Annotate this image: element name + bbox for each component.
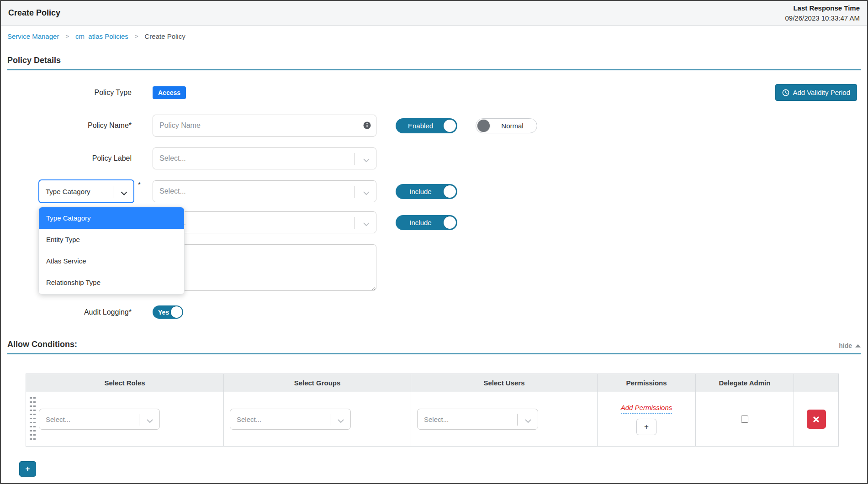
include-toggle-label: Include	[409, 219, 431, 226]
select-groups-select[interactable]: Select...	[230, 409, 351, 430]
allow-conditions-table: Select Roles Select Groups Select Users …	[26, 374, 839, 447]
policy-label-select[interactable]: Select...	[153, 147, 376, 169]
policy-details-title: Policy Details	[7, 56, 61, 65]
resource-type-dropdown-menu: Type Catagory Entity Type Atlas Service …	[38, 207, 185, 295]
policy-label-label: Policy Label	[7, 154, 153, 163]
chevron-down-icon	[338, 417, 344, 425]
dropdown-option-entity-type[interactable]: Entity Type	[39, 229, 184, 250]
type-category-value-placeholder: Select...	[159, 187, 186, 195]
audit-logging-toggle[interactable]: Yes	[153, 305, 183, 319]
toggle-knob	[444, 120, 456, 132]
breadcrumb: Service Manager > cm_atlas Policies > Cr…	[1, 26, 867, 47]
last-response-label: Last Response Time	[785, 3, 860, 13]
select-users-placeholder: Select...	[424, 416, 449, 423]
enabled-toggle[interactable]: Enabled	[396, 118, 457, 133]
toggle-knob	[444, 185, 456, 198]
page-title: Create Policy	[8, 8, 60, 18]
column-header-select-groups: Select Groups	[224, 374, 411, 392]
required-asterisk: *	[138, 180, 143, 188]
dropdown-option-relationship-type[interactable]: Relationship Type	[39, 272, 184, 293]
chevron-up-icon	[855, 344, 861, 347]
last-response-time: Last Response Time 09/26/2023 10:33:47 A…	[785, 3, 860, 23]
allow-conditions-header: Allow Conditions: hide	[7, 340, 861, 354]
column-header-select-users: Select Users	[411, 374, 598, 392]
select-divider	[330, 414, 330, 426]
policy-label-placeholder: Select...	[159, 154, 186, 163]
dropdown-option-type-catagory[interactable]: Type Catagory	[39, 207, 184, 229]
resource-type-combo-value: Type Catagory	[46, 188, 90, 195]
top-bar: Create Policy Last Response Time 09/26/2…	[1, 1, 867, 26]
column-header-actions	[794, 374, 838, 392]
select-divider	[517, 414, 518, 426]
column-header-permissions: Permissions	[598, 374, 696, 392]
add-condition-row-button[interactable]: +	[19, 461, 36, 477]
x-icon	[813, 416, 820, 423]
select-users-select[interactable]: Select...	[417, 409, 538, 430]
policy-type-badge: Access	[153, 86, 186, 99]
hide-section-link[interactable]: hide	[839, 342, 861, 349]
policy-type-label: Policy Type	[7, 89, 153, 97]
breadcrumb-separator: >	[135, 33, 138, 40]
add-permission-button[interactable]: +	[636, 419, 656, 435]
select-divider	[355, 153, 355, 165]
chevron-down-icon	[363, 189, 370, 197]
info-icon	[363, 121, 371, 131]
groups-cell: Select...	[224, 392, 411, 446]
include-toggle-2[interactable]: Include	[396, 215, 457, 230]
policy-name-label: Policy Name*	[7, 121, 153, 130]
delete-row-button[interactable]	[807, 410, 826, 429]
toggle-knob	[477, 120, 490, 132]
users-cell: Select...	[411, 392, 598, 446]
chevron-down-icon	[363, 220, 370, 228]
dropdown-option-atlas-service[interactable]: Atlas Service	[39, 250, 184, 272]
select-divider	[355, 186, 355, 198]
select-divider	[113, 186, 113, 198]
select-groups-placeholder: Select...	[237, 416, 261, 423]
roles-cell: Select...	[26, 392, 224, 446]
breadcrumb-current: Create Policy	[144, 32, 185, 40]
breadcrumb-service-manager[interactable]: Service Manager	[7, 32, 59, 40]
actions-cell	[794, 392, 838, 446]
hide-label: hide	[839, 342, 852, 349]
chevron-down-icon	[525, 417, 531, 425]
audit-logging-label: Audit Logging*	[7, 308, 153, 316]
normal-toggle-label: Normal	[501, 122, 523, 130]
include-toggle-label: Include	[409, 188, 431, 195]
allow-conditions-title: Allow Conditions:	[7, 340, 77, 349]
description-textarea[interactable]	[153, 244, 376, 291]
add-permissions-link[interactable]: Add Permissions	[621, 404, 672, 414]
toggle-knob	[444, 216, 456, 229]
add-validity-period-label: Add Validity Period	[793, 89, 850, 96]
column-header-delegate-admin: Delegate Admin	[696, 374, 794, 392]
add-validity-period-button[interactable]: Add Validity Period	[775, 84, 857, 101]
clock-icon	[782, 89, 789, 96]
audit-logging-toggle-label: Yes	[158, 309, 169, 316]
select-roles-select[interactable]: Select...	[39, 409, 160, 430]
last-response-value: 09/26/2023 10:33:47 AM	[785, 13, 860, 23]
chevron-down-icon	[147, 417, 153, 425]
chevron-down-icon	[363, 156, 370, 164]
enabled-toggle-label: Enabled	[408, 122, 433, 130]
normal-override-toggle[interactable]: Normal	[476, 118, 537, 133]
include-toggle-1[interactable]: Include	[396, 184, 457, 199]
policy-details-header: Policy Details	[7, 56, 861, 70]
toggle-knob	[171, 306, 182, 318]
resource-type-combo[interactable]: Type Catagory	[38, 179, 134, 203]
select-divider	[355, 217, 355, 229]
select-divider	[139, 414, 139, 426]
type-category-value-select[interactable]: Select...	[153, 180, 376, 202]
delegate-admin-checkbox[interactable]	[741, 416, 748, 423]
select-roles-placeholder: Select...	[46, 416, 70, 423]
drag-handle-icon[interactable]	[30, 397, 36, 441]
column-header-select-roles: Select Roles	[26, 374, 224, 392]
policy-name-input[interactable]	[153, 115, 376, 137]
chevron-down-icon	[121, 189, 127, 197]
breadcrumb-cm-atlas-policies[interactable]: cm_atlas Policies	[75, 32, 128, 40]
breadcrumb-separator: >	[65, 33, 69, 40]
permissions-cell: Add Permissions +	[598, 392, 696, 446]
resource-row2-select[interactable]: Select...	[153, 211, 376, 233]
delegate-admin-cell	[696, 392, 794, 446]
